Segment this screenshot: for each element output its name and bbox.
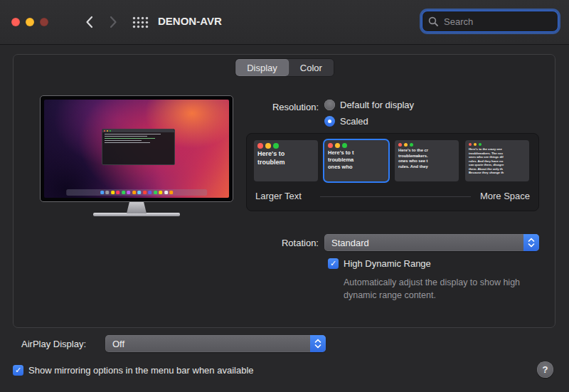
hdr-label: High Dynamic Range bbox=[344, 258, 431, 269]
radio-default-label: Default for display bbox=[340, 100, 414, 110]
mirroring-checkbox[interactable] bbox=[13, 365, 23, 376]
thumbnail-sample-text: Here's to t troublema ones who bbox=[328, 149, 385, 170]
radio-scaled-label: Scaled bbox=[340, 116, 368, 127]
thumbnail-sample-text: Here's to troublem bbox=[257, 150, 314, 166]
hdr-description: Automatically adjust the display to show… bbox=[344, 276, 550, 302]
display-preview-screen bbox=[40, 95, 233, 202]
display-preview bbox=[40, 95, 233, 216]
airplay-value: Off bbox=[105, 339, 310, 349]
traffic-lights-icon bbox=[398, 143, 455, 147]
rotation-popup[interactable]: Standard bbox=[324, 234, 539, 251]
airplay-popup[interactable]: Off bbox=[105, 335, 326, 352]
scaled-resolution-picker: Here's to troublem Here's to t troublema… bbox=[246, 133, 539, 211]
mirroring-checkbox-row[interactable]: Show mirroring options in the menu bar w… bbox=[13, 365, 254, 376]
chevron-left-icon bbox=[85, 16, 93, 28]
dock-thumbnail bbox=[66, 189, 207, 196]
thumbnail-sample-text: Here's to the crazy one troublemakers. T… bbox=[469, 147, 526, 175]
popup-arrows-icon bbox=[523, 234, 539, 251]
scaled-thumbnail-1[interactable]: Here's to troublem bbox=[254, 140, 318, 181]
search-icon bbox=[428, 16, 438, 26]
scaled-thumbnail-4[interactable]: Here's to the crazy one troublemakers. T… bbox=[465, 140, 529, 181]
larger-text-label: Larger Text bbox=[255, 191, 302, 201]
thumbnail-sample-text: Here's to the cr troublemakers. ones who… bbox=[398, 148, 455, 169]
traffic-lights-icon bbox=[469, 143, 526, 146]
popup-arrows-icon bbox=[310, 335, 326, 352]
grid-icon bbox=[132, 16, 149, 28]
search-field[interactable] bbox=[422, 11, 558, 32]
scale-divider bbox=[320, 196, 471, 197]
scaled-thumbnail-2-selected[interactable]: Here's to t troublema ones who bbox=[324, 140, 388, 181]
chevron-right-icon bbox=[110, 16, 117, 28]
resolution-label: Resolution: bbox=[246, 102, 319, 112]
radio-off-icon[interactable] bbox=[324, 100, 335, 110]
airplay-label: AirPlay Display: bbox=[21, 339, 101, 349]
hdr-checkbox[interactable] bbox=[328, 258, 339, 269]
show-all-button[interactable] bbox=[131, 14, 149, 30]
display-settings-panel: Resolution: Default for display Scaled H… bbox=[13, 54, 555, 328]
forward-button[interactable] bbox=[104, 13, 122, 31]
hdr-checkbox-row[interactable]: High Dynamic Range bbox=[328, 258, 431, 269]
window-title: DENON-AVR bbox=[158, 15, 222, 27]
traffic-lights-icon bbox=[328, 143, 385, 148]
back-button[interactable] bbox=[80, 13, 98, 31]
more-space-label: More Space bbox=[480, 191, 530, 201]
wallpaper-image bbox=[44, 100, 229, 198]
rotation-value: Standard bbox=[324, 238, 523, 248]
help-button[interactable]: ? bbox=[537, 361, 553, 378]
mirroring-label: Show mirroring options in the menu bar w… bbox=[28, 365, 254, 376]
radio-scaled[interactable]: Scaled bbox=[324, 116, 368, 127]
minimize-button[interactable] bbox=[26, 18, 34, 26]
scaled-thumbnail-3[interactable]: Here's to the cr troublemakers. ones who… bbox=[395, 140, 459, 181]
close-button[interactable] bbox=[11, 18, 20, 26]
tab-color[interactable]: Color bbox=[289, 59, 334, 76]
zoom-button[interactable] bbox=[40, 18, 48, 26]
radio-on-icon[interactable] bbox=[324, 116, 335, 127]
monitor-stand bbox=[127, 202, 147, 213]
display-color-tabs: Display Color bbox=[235, 58, 334, 77]
tab-display[interactable]: Display bbox=[235, 59, 289, 76]
search-input[interactable] bbox=[442, 16, 552, 28]
traffic-lights-icon bbox=[257, 143, 314, 149]
rotation-label: Rotation: bbox=[246, 238, 319, 248]
terminal-window-thumbnail bbox=[102, 129, 175, 164]
titlebar: DENON-AVR bbox=[0, 0, 569, 45]
radio-default-for-display[interactable]: Default for display bbox=[324, 100, 414, 110]
